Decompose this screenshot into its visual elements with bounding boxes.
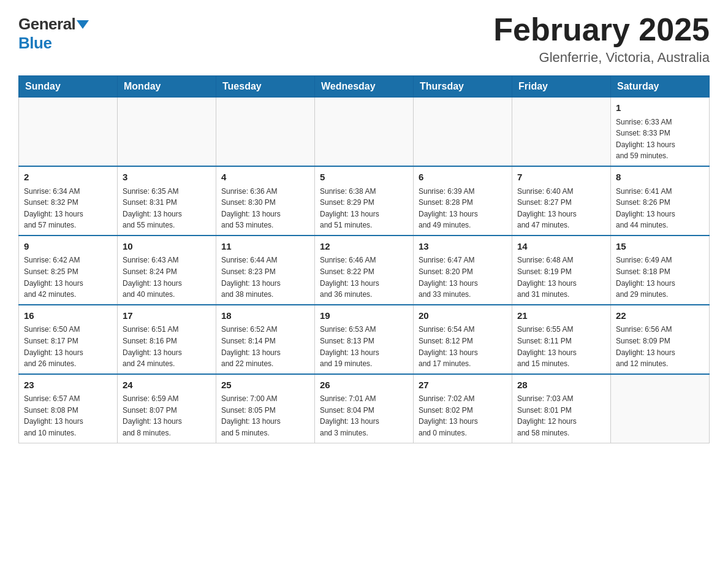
calendar-week-row: 9Sunrise: 6:42 AM Sunset: 8:25 PM Daylig…: [19, 236, 710, 305]
calendar-week-row: 16Sunrise: 6:50 AM Sunset: 8:17 PM Dayli…: [19, 305, 710, 374]
day-number: 17: [123, 309, 211, 323]
logo-general-row: General: [18, 15, 89, 34]
day-number: 7: [517, 170, 605, 185]
day-number: 5: [320, 170, 408, 185]
day-number: 19: [320, 309, 408, 323]
table-row: 19Sunrise: 6:53 AM Sunset: 8:13 PM Dayli…: [315, 305, 414, 374]
col-wednesday: Wednesday: [315, 76, 414, 98]
day-info: Sunrise: 6:59 AM Sunset: 8:07 PM Dayligh…: [123, 393, 211, 439]
day-number: 8: [616, 170, 704, 185]
table-row: [414, 98, 512, 166]
day-info: Sunrise: 7:01 AM Sunset: 8:04 PM Dayligh…: [320, 393, 408, 439]
day-info: Sunrise: 7:03 AM Sunset: 8:01 PM Dayligh…: [517, 393, 605, 439]
page-title: February 2025: [493, 12, 710, 47]
table-row: 21Sunrise: 6:55 AM Sunset: 8:11 PM Dayli…: [512, 305, 611, 374]
calendar-week-row: 23Sunrise: 6:57 AM Sunset: 8:08 PM Dayli…: [19, 374, 710, 443]
day-number: 14: [517, 240, 605, 254]
table-row: 2Sunrise: 6:34 AM Sunset: 8:32 PM Daylig…: [19, 166, 118, 236]
day-info: Sunrise: 6:49 AM Sunset: 8:18 PM Dayligh…: [616, 255, 704, 300]
day-number: 18: [221, 309, 309, 323]
table-row: 17Sunrise: 6:51 AM Sunset: 8:16 PM Dayli…: [118, 305, 216, 374]
day-number: 10: [123, 240, 211, 254]
table-row: 14Sunrise: 6:48 AM Sunset: 8:19 PM Dayli…: [512, 236, 611, 305]
day-info: Sunrise: 6:39 AM Sunset: 8:28 PM Dayligh…: [419, 186, 507, 231]
day-number: 27: [419, 378, 507, 393]
col-thursday: Thursday: [414, 76, 512, 98]
table-row: 6Sunrise: 6:39 AM Sunset: 8:28 PM Daylig…: [414, 166, 512, 236]
day-info: Sunrise: 6:42 AM Sunset: 8:25 PM Dayligh…: [24, 255, 112, 300]
day-number: 20: [419, 309, 507, 323]
calendar-week-row: 1Sunrise: 6:33 AM Sunset: 8:33 PM Daylig…: [19, 98, 710, 166]
logo-blue-text: Blue: [18, 34, 51, 53]
table-row: 10Sunrise: 6:43 AM Sunset: 8:24 PM Dayli…: [118, 236, 216, 305]
table-row: [611, 374, 710, 443]
day-info: Sunrise: 6:33 AM Sunset: 8:33 PM Dayligh…: [616, 117, 704, 162]
table-row: 11Sunrise: 6:44 AM Sunset: 8:23 PM Dayli…: [216, 236, 315, 305]
day-number: 28: [517, 378, 605, 393]
page-subtitle: Glenferrie, Victoria, Australia: [493, 50, 710, 66]
logo-general-text: General: [18, 15, 75, 33]
day-number: 24: [123, 378, 211, 393]
table-row: 4Sunrise: 6:36 AM Sunset: 8:30 PM Daylig…: [216, 166, 315, 236]
table-row: 12Sunrise: 6:46 AM Sunset: 8:22 PM Dayli…: [315, 236, 414, 305]
day-info: Sunrise: 6:35 AM Sunset: 8:31 PM Dayligh…: [123, 186, 211, 231]
day-info: Sunrise: 6:53 AM Sunset: 8:13 PM Dayligh…: [320, 324, 408, 369]
col-saturday: Saturday: [611, 76, 710, 98]
table-row: 13Sunrise: 6:47 AM Sunset: 8:20 PM Dayli…: [414, 236, 512, 305]
day-number: 4: [221, 170, 309, 185]
table-row: 18Sunrise: 6:52 AM Sunset: 8:14 PM Dayli…: [216, 305, 315, 374]
day-info: Sunrise: 6:50 AM Sunset: 8:17 PM Dayligh…: [24, 324, 112, 369]
table-row: 5Sunrise: 6:38 AM Sunset: 8:29 PM Daylig…: [315, 166, 414, 236]
day-info: Sunrise: 6:56 AM Sunset: 8:09 PM Dayligh…: [616, 324, 704, 369]
day-number: 16: [24, 309, 112, 323]
day-info: Sunrise: 6:36 AM Sunset: 8:30 PM Dayligh…: [221, 186, 309, 231]
day-number: 11: [221, 240, 309, 254]
table-row: 22Sunrise: 6:56 AM Sunset: 8:09 PM Dayli…: [611, 305, 710, 374]
calendar-week-row: 2Sunrise: 6:34 AM Sunset: 8:32 PM Daylig…: [19, 166, 710, 236]
day-info: Sunrise: 6:57 AM Sunset: 8:08 PM Dayligh…: [24, 393, 112, 439]
day-info: Sunrise: 6:47 AM Sunset: 8:20 PM Dayligh…: [419, 255, 507, 300]
day-info: Sunrise: 6:43 AM Sunset: 8:24 PM Dayligh…: [123, 255, 211, 300]
day-info: Sunrise: 6:55 AM Sunset: 8:11 PM Dayligh…: [517, 324, 605, 369]
day-info: Sunrise: 6:44 AM Sunset: 8:23 PM Dayligh…: [221, 255, 309, 300]
day-info: Sunrise: 6:54 AM Sunset: 8:12 PM Dayligh…: [419, 324, 507, 369]
day-info: Sunrise: 6:51 AM Sunset: 8:16 PM Dayligh…: [123, 324, 211, 369]
page-header: General Blue February 2025 Glenferrie, V…: [18, 12, 710, 66]
table-row: [315, 98, 414, 166]
logo: General Blue: [18, 12, 89, 53]
table-row: [19, 98, 118, 166]
day-info: Sunrise: 6:52 AM Sunset: 8:14 PM Dayligh…: [221, 324, 309, 369]
table-row: 16Sunrise: 6:50 AM Sunset: 8:17 PM Dayli…: [19, 305, 118, 374]
col-friday: Friday: [512, 76, 611, 98]
col-tuesday: Tuesday: [216, 76, 315, 98]
calendar-header-row: Sunday Monday Tuesday Wednesday Thursday…: [19, 76, 710, 98]
day-number: 2: [24, 170, 112, 185]
day-number: 3: [123, 170, 211, 185]
table-row: 23Sunrise: 6:57 AM Sunset: 8:08 PM Dayli…: [19, 374, 118, 443]
table-row: 15Sunrise: 6:49 AM Sunset: 8:18 PM Dayli…: [611, 236, 710, 305]
day-number: 25: [221, 378, 309, 393]
day-info: Sunrise: 6:41 AM Sunset: 8:26 PM Dayligh…: [616, 186, 704, 231]
table-row: [216, 98, 315, 166]
table-row: 7Sunrise: 6:40 AM Sunset: 8:27 PM Daylig…: [512, 166, 611, 236]
day-number: 21: [517, 309, 605, 323]
calendar-table: Sunday Monday Tuesday Wednesday Thursday…: [18, 75, 710, 443]
day-info: Sunrise: 6:48 AM Sunset: 8:19 PM Dayligh…: [517, 255, 605, 300]
table-row: [118, 98, 216, 166]
day-number: 6: [419, 170, 507, 185]
day-info: Sunrise: 7:02 AM Sunset: 8:02 PM Dayligh…: [419, 393, 507, 439]
day-number: 23: [24, 378, 112, 393]
title-block: February 2025 Glenferrie, Victoria, Aust…: [493, 12, 710, 66]
day-number: 12: [320, 240, 408, 254]
table-row: 28Sunrise: 7:03 AM Sunset: 8:01 PM Dayli…: [512, 374, 611, 443]
table-row: 1Sunrise: 6:33 AM Sunset: 8:33 PM Daylig…: [611, 98, 710, 166]
table-row: 9Sunrise: 6:42 AM Sunset: 8:25 PM Daylig…: [19, 236, 118, 305]
day-number: 13: [419, 240, 507, 254]
table-row: 25Sunrise: 7:00 AM Sunset: 8:05 PM Dayli…: [216, 374, 315, 443]
day-info: Sunrise: 6:34 AM Sunset: 8:32 PM Dayligh…: [24, 186, 112, 231]
day-info: Sunrise: 6:40 AM Sunset: 8:27 PM Dayligh…: [517, 186, 605, 231]
table-row: 27Sunrise: 7:02 AM Sunset: 8:02 PM Dayli…: [414, 374, 512, 443]
day-number: 1: [616, 101, 704, 115]
table-row: 8Sunrise: 6:41 AM Sunset: 8:26 PM Daylig…: [611, 166, 710, 236]
table-row: 20Sunrise: 6:54 AM Sunset: 8:12 PM Dayli…: [414, 305, 512, 374]
